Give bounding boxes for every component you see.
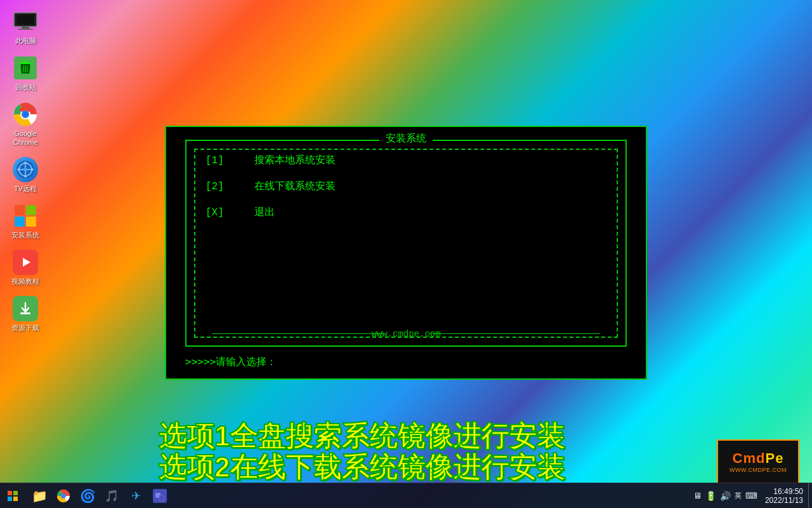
show-desktop-button[interactable] (808, 483, 812, 509)
menu-label-x: 退出 (254, 207, 275, 218)
svg-rect-18 (20, 312, 30, 314)
menu-title: 安装系统 (379, 132, 433, 145)
taskbar-pinned-apps: 📁 🌀 🎵 ✈ (25, 485, 174, 507)
menu-items-list: [1] 搜索本地系统安装 [2] 在线下载系统安装 [X] 退出 (206, 154, 606, 219)
svg-rect-2 (22, 27, 29, 29)
start-grid-cell-1 (8, 491, 12, 495)
taskbar: 📁 🌀 🎵 ✈ 🖥 🔋 🔊 英 ⌨ (0, 483, 812, 508)
start-grid-icon (8, 491, 18, 501)
website-line-right (428, 333, 600, 334)
terminal-window[interactable]: 安装系统 [1] 搜索本地系统安装 [2] 在线下载系统安装 [X] (165, 126, 647, 380)
svg-rect-23 (159, 495, 164, 500)
website-label: www.cmdpe.com (371, 329, 440, 339)
svg-point-14 (23, 168, 27, 171)
taskbar-media[interactable]: 🎵 (100, 485, 123, 507)
banner-line-2: 选项2在线下载系统镜像进行安装 (159, 452, 749, 483)
taskbar-chrome[interactable] (52, 485, 75, 507)
recycle-bin-icon (13, 55, 38, 81)
svg-point-11 (23, 112, 29, 117)
computer-icon (13, 9, 38, 34)
desktop-icon-this-pc-label: 此电脑 (15, 37, 36, 45)
clock-time: 16:49:50 (773, 487, 803, 496)
svg-rect-1 (16, 15, 34, 25)
desktop-icon-chrome-label: GoogleChrome (13, 130, 37, 146)
cmdpe-pe-text: Pe (765, 450, 783, 466)
desktop-icon-install-system-label: 安装系统 (11, 231, 39, 239)
bottom-banner: 选项1全盘搜索系统镜像进行安装 选项2在线下载系统镜像进行安装 (159, 421, 749, 483)
desktop-icon-list: 此电脑 回收站 (0, 0, 51, 483)
taskbar-tray: 🖥 🔋 🔊 英 ⌨ (693, 491, 765, 501)
menu-item-2[interactable]: [2] 在线下载系统安装 (206, 180, 606, 193)
tray-volume-icon[interactable]: 🔊 (720, 491, 731, 501)
website-line-left (212, 333, 384, 334)
start-grid-cell-2 (13, 491, 18, 495)
menu-key-1: [1] (206, 155, 224, 166)
menu-box: 安装系统 [1] 搜索本地系统安装 [2] 在线下载系统安装 [X] (185, 140, 627, 347)
menu-label-1: 搜索本地系统安装 (254, 155, 336, 166)
taskbar-file-explorer[interactable]: 📁 (28, 485, 51, 507)
terminal-content: 安装系统 [1] 搜索本地系统安装 [2] 在线下载系统安装 [X] (166, 127, 646, 378)
menu-key-2: [2] (206, 181, 224, 192)
desktop-icon-tv-remote-label: TV远程 (14, 185, 37, 193)
menu-item-x[interactable]: [X] 退出 (206, 206, 606, 219)
video-tutorial-icon (13, 250, 38, 275)
taskbar-edge[interactable]: 🌀 (76, 485, 99, 507)
desktop-icon-install-system[interactable]: 安装系统 (3, 199, 48, 243)
tray-keyboard-icon[interactable]: ⌨ (745, 491, 757, 500)
desktop-icon-tv-remote[interactable]: TV远程 (3, 153, 48, 197)
taskbar-clock[interactable]: 16:49:50 2022/11/13 (765, 487, 803, 505)
taskbar-telegram[interactable]: ✈ (124, 485, 147, 507)
desktop-icon-resource-download-label: 资源下载 (11, 324, 39, 332)
taskbar-teams[interactable] (148, 485, 171, 507)
svg-rect-3 (18, 29, 33, 30)
desktop-icon-recycle-bin-label: 回收站 (15, 83, 36, 91)
desktop-icon-recycle-bin[interactable]: 回收站 (3, 51, 48, 95)
start-grid-cell-3 (8, 497, 12, 501)
start-grid-cell-4 (13, 497, 18, 501)
cmdpe-logo-top: CmdPe (733, 450, 784, 467)
cmdpe-logo: CmdPe WWW.CMDPE.COM (717, 439, 799, 484)
menu-key-x: [X] (206, 207, 224, 218)
clock-date: 2022/11/13 (765, 496, 803, 505)
desktop-icon-this-pc[interactable]: 此电脑 (3, 5, 48, 49)
cmdpe-logo-url: WWW.CMDPE.COM (730, 467, 787, 473)
tray-battery-icon[interactable]: 🔋 (705, 491, 716, 501)
banner-line-1: 选项1全盘搜索系统镜像进行安装 (159, 421, 749, 451)
desktop-icon-video-tutorial-label: 视频教程 (11, 277, 39, 286)
install-system-icon (13, 203, 38, 229)
menu-label-2: 在线下载系统安装 (254, 181, 336, 192)
start-button[interactable] (0, 483, 25, 509)
desktop-icon-chrome[interactable]: GoogleChrome (3, 98, 48, 150)
resource-download-icon (13, 296, 38, 321)
tray-language[interactable]: 英 (735, 491, 742, 500)
chrome-icon (13, 102, 38, 127)
desktop-icon-resource-download[interactable]: 资源下载 (3, 292, 48, 336)
desktop-icon-video-tutorial[interactable]: 视频教程 (3, 246, 48, 290)
tv-remote-icon (13, 157, 38, 182)
menu-item-1[interactable]: [1] 搜索本地系统安装 (206, 154, 606, 167)
tray-monitor-icon[interactable]: 🖥 (693, 491, 702, 500)
cmdpe-cmd-text: Cmd (733, 450, 766, 466)
terminal-prompt[interactable]: >>>>>请输入选择： (185, 356, 277, 369)
svg-point-20 (61, 493, 66, 498)
